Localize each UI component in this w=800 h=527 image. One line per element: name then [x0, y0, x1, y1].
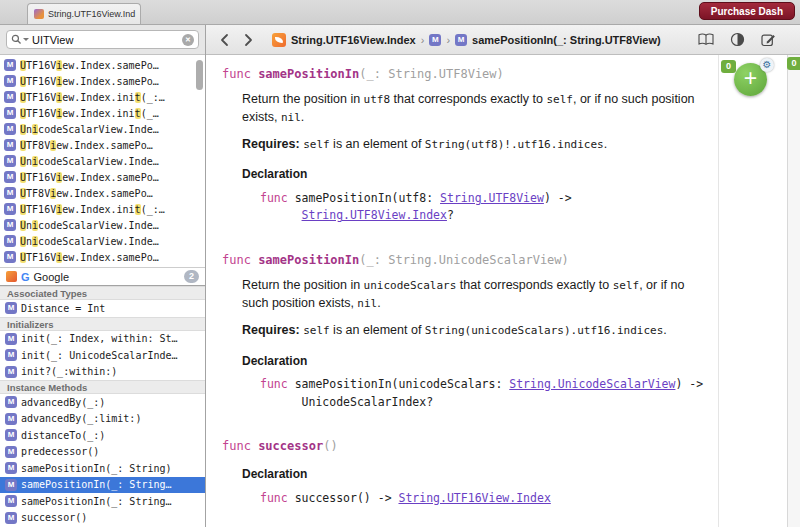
search-result-item[interactable]: MUnicodeScalarView.Inde… — [0, 153, 205, 169]
text-segment: (_: String.UTF8View) — [359, 67, 504, 81]
method-badge-icon: M — [4, 107, 16, 119]
text-segment: samePositionIn — [258, 253, 359, 267]
search-result-item[interactable]: MUTF8View.Index.samePo… — [0, 185, 205, 201]
toc-list: Associated TypesMDistance = IntInitializ… — [0, 285, 205, 527]
text-segment: String(utf8)!.utf16.indices — [425, 138, 604, 151]
text-segment: Return the position in — [242, 92, 364, 106]
text-segment: is an element of — [330, 137, 425, 151]
search-result-item[interactable]: MUTF16View.Index.init(_:… — [0, 89, 205, 105]
search-result-item[interactable]: MUnicodeScalarView.Inde… — [0, 121, 205, 137]
type-link[interactable]: String.UTF8View — [440, 191, 544, 205]
text-segment: . — [377, 296, 380, 310]
toc-item[interactable]: MsamePositionIn(_: String… — [0, 493, 205, 510]
purchase-dash-button[interactable]: Purchase Dash — [699, 2, 795, 20]
contrast-icon[interactable] — [730, 32, 745, 47]
search-result-item[interactable]: MUnicodeScalarView.Inde… — [0, 233, 205, 249]
result-label: UnicodeScalarView.Inde… — [20, 156, 159, 167]
doc-entry-body: Return the position in unicodeScalars th… — [242, 276, 705, 411]
search-scope-icon[interactable] — [11, 34, 29, 45]
text-segment: Return the position in — [242, 278, 364, 292]
type-link[interactable]: String.UTF16View.Index — [398, 491, 550, 505]
doc-requires: Requires: self is an element of String(u… — [242, 135, 705, 153]
clear-search-icon[interactable]: ✕ — [182, 34, 194, 46]
toc-item[interactable]: MDistance = Int — [0, 300, 205, 317]
toc-item[interactable]: Minit(_: UnicodeScalarInde… — [0, 347, 205, 364]
method-badge-icon: M — [5, 512, 17, 524]
doc-paragraph: Return the position in unicodeScalars th… — [242, 276, 705, 312]
method-badge-icon: M — [5, 462, 17, 474]
toc-item[interactable]: MdistanceTo(_:) — [0, 427, 205, 444]
sidebar: ✕ MUTF16View.Index.samePo…MUTF16View.Ind… — [0, 25, 206, 527]
dash-app-icon — [34, 9, 44, 19]
search-result-item[interactable]: MUnicodeScalarView.Inde… — [0, 217, 205, 233]
google-count-badge: 2 — [184, 270, 199, 283]
toc-item[interactable]: Minit?(_:within:) — [0, 364, 205, 381]
text-segment: self — [546, 93, 573, 106]
forward-button[interactable] — [238, 29, 258, 51]
annotation-count-badge[interactable]: 0 — [721, 60, 736, 73]
result-label: UTF16View.Index.init(_:… — [20, 204, 165, 215]
search-result-item[interactable]: MUTF16View.Index.samePo… — [0, 249, 205, 265]
toc-item[interactable]: MsamePositionIn(_: String… — [0, 477, 205, 494]
main-panel: String.UTF16View.Index › M › M samePosit… — [206, 25, 800, 527]
text-segment: that corresponds exactly to — [456, 278, 612, 292]
toc-item[interactable]: MadvancedBy(_:limit:) — [0, 411, 205, 428]
bookmarks-icon[interactable] — [698, 33, 714, 46]
toc-section-header: Instance Methods — [0, 380, 205, 394]
google-search-row[interactable]: G Google 2 — [0, 267, 205, 285]
method-badge-icon: M — [5, 495, 17, 507]
result-label: UTF8View.Index.samePo… — [20, 188, 153, 199]
search-result-item[interactable]: MUTF16View.Index.samePo… — [0, 169, 205, 185]
toc-item[interactable]: Minit(_: Index, within: St… — [0, 331, 205, 348]
toc-item[interactable]: MsamePositionIn(_: String) — [0, 460, 205, 477]
toc-item[interactable]: Msuccessor() — [0, 510, 205, 527]
text-segment: nil — [281, 111, 301, 124]
doc-paragraph: Return the position in utf8 that corresp… — [242, 90, 705, 126]
method-badge-icon: M — [429, 34, 441, 46]
toc-item[interactable]: Mpredecessor() — [0, 444, 205, 461]
results-scrollbar[interactable] — [196, 60, 203, 90]
toc-item[interactable]: MadvancedBy(_:) — [0, 394, 205, 411]
text-segment: nil — [357, 297, 377, 310]
method-badge-icon: M — [5, 349, 17, 361]
result-label: UnicodeScalarView.Inde… — [20, 124, 159, 135]
type-link[interactable]: String.UTF8View.Index — [302, 208, 447, 222]
google-label: Google — [34, 271, 69, 283]
text-segment: . — [604, 137, 607, 151]
text-segment: . — [663, 323, 666, 337]
text-segment: Requires: — [242, 323, 303, 337]
search-input[interactable] — [32, 34, 179, 46]
text-segment: self — [613, 279, 640, 292]
type-link[interactable]: String.UnicodeScalarView — [509, 377, 675, 391]
search-result-item[interactable]: MUTF8View.Index.samePo… — [0, 137, 205, 153]
search-result-item[interactable]: MUTF16View.Index.init(_… — [0, 105, 205, 121]
declaration-heading: Declaration — [242, 166, 705, 182]
declaration-code: func successor() -> String.UTF16View.Ind… — [260, 490, 705, 508]
annotation-settings-gear-icon[interactable]: ⚙ — [760, 58, 774, 72]
method-badge-icon: M — [5, 333, 17, 345]
breadcrumb-page[interactable]: String.UTF16View.Index — [291, 34, 416, 46]
text-segment: Requires: — [242, 137, 303, 151]
toc-item-label: samePositionIn(_: String) — [21, 463, 172, 474]
search-result-item[interactable]: MUTF16View.Index.samePo… — [0, 57, 205, 73]
declaration-heading: Declaration — [242, 353, 705, 369]
text-segment: unicodeScalars — [364, 279, 457, 292]
back-button[interactable] — [214, 29, 234, 51]
text-segment: func — [222, 253, 258, 267]
toc-item-label: samePositionIn(_: String… — [21, 479, 172, 490]
method-badge-icon: M — [5, 479, 17, 491]
doc-entry: func samePositionIn(_: String.UTF8View)R… — [222, 67, 705, 225]
method-badge-icon: M — [5, 413, 17, 425]
window-tab[interactable]: String.UTF16View.Ind — [27, 3, 141, 24]
method-badge-icon: M — [5, 396, 17, 408]
breadcrumb-method[interactable]: samePositionIn(_: String.UTF8View) — [472, 34, 661, 46]
text-segment: samePositionIn(utf8: — [295, 191, 440, 205]
method-badge-icon: M — [4, 251, 16, 263]
content-scrollbar[interactable]: 0 — [787, 55, 800, 527]
toolbar-actions — [698, 32, 776, 47]
search-result-item[interactable]: MUTF16View.Index.samePo… — [0, 73, 205, 89]
search-result-item[interactable]: MUTF16View.Index.init(_:… — [0, 201, 205, 217]
search-field[interactable]: ✕ — [6, 30, 199, 49]
compose-icon[interactable] — [761, 32, 776, 47]
result-label: UTF16View.Index.samePo… — [20, 60, 159, 71]
